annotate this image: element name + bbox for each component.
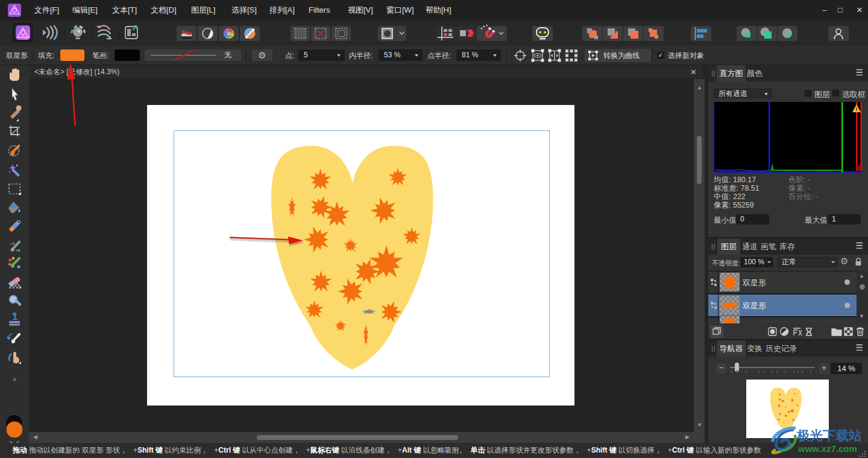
svg-text:»: » <box>13 375 16 383</box>
svg-text:www.xz7.com: www.xz7.com <box>797 444 857 454</box>
svg-text:极光下载站: 极光下载站 <box>796 428 862 443</box>
svg-text:!: ! <box>856 106 858 112</box>
